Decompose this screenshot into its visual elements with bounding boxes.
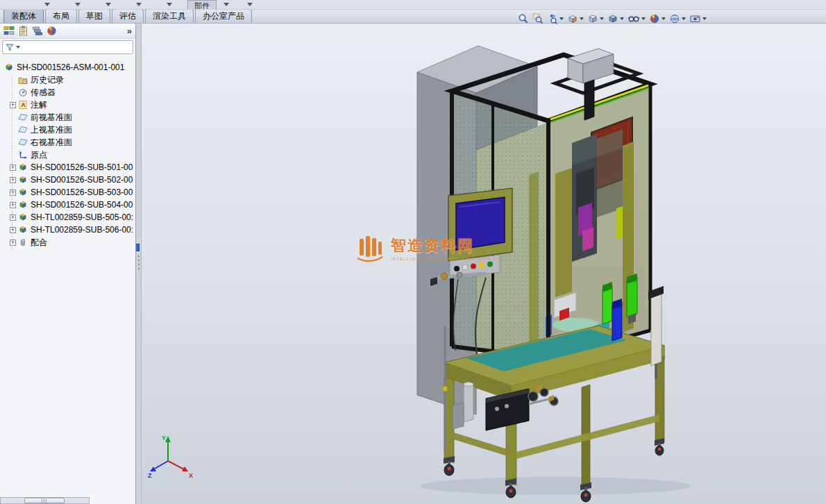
top-toolbar-cutoff: 部件 bbox=[0, 0, 826, 10]
zoom-area-button[interactable] bbox=[532, 13, 544, 24]
expand-toggle[interactable] bbox=[10, 227, 16, 233]
origin-icon bbox=[18, 150, 28, 160]
featuremanager-tree-icon bbox=[3, 26, 15, 36]
previous-view-button[interactable] bbox=[546, 13, 564, 24]
tree-item-annotations[interactable]: A 注解 bbox=[3, 99, 135, 111]
feature-manager-panel: » SH-SD001526-ASM-001-001 历史记录 bbox=[0, 24, 136, 504]
filter-dropdown-caret[interactable] bbox=[16, 46, 20, 49]
previous-view-icon bbox=[547, 13, 558, 24]
component-menu-button[interactable]: 部件 bbox=[187, 0, 217, 10]
tree-item-top-plane[interactable]: 上视基准面 bbox=[3, 124, 135, 136]
tree-horizontal-scrollbar[interactable] bbox=[0, 497, 90, 504]
view-orientation-icon bbox=[587, 13, 598, 24]
hide-show-items-button[interactable] bbox=[627, 13, 646, 24]
panel-splitter[interactable] bbox=[136, 24, 142, 504]
tree-item-sub506[interactable]: SH-TL002859-SUB-506-00: bbox=[3, 224, 135, 236]
heads-up-view-toolbar bbox=[517, 13, 707, 24]
expand-toggle[interactable] bbox=[10, 215, 16, 221]
displaymanager-tab[interactable] bbox=[47, 26, 57, 36]
sensors-icon bbox=[18, 87, 28, 97]
zoom-area-icon bbox=[532, 13, 543, 24]
plane-icon bbox=[18, 137, 28, 147]
panel-tab-bar: » bbox=[0, 24, 135, 39]
assembly-icon bbox=[4, 62, 14, 72]
filter-input[interactable] bbox=[22, 42, 130, 52]
subassembly-icon bbox=[18, 162, 28, 172]
feature-tree: SH-SD001526-ASM-001-001 历史记录 传感器 A bbox=[0, 56, 135, 504]
display-style-button[interactable] bbox=[607, 13, 625, 24]
configurationmanager-tab[interactable] bbox=[32, 26, 43, 36]
toolbar-overflow-caret[interactable] bbox=[224, 3, 229, 6]
zoom-to-fit-button[interactable] bbox=[517, 13, 530, 24]
tree-item-right-plane[interactable]: 右视基准面 bbox=[3, 136, 135, 149]
toolbar-overflow-caret[interactable] bbox=[136, 3, 142, 6]
displaymanager-icon bbox=[47, 26, 57, 36]
edit-appearance-button[interactable] bbox=[648, 13, 666, 24]
machine-model[interactable] bbox=[142, 24, 826, 504]
toolbar-overflow-caret[interactable] bbox=[75, 3, 81, 6]
tree-root-label: SH-SD001526-ASM-001-001 bbox=[17, 62, 124, 72]
scrollbar-thumb[interactable] bbox=[24, 498, 65, 503]
expand-toggle[interactable] bbox=[10, 165, 16, 171]
tree-root-assembly[interactable]: SH-SD001526-ASM-001-001 bbox=[3, 61, 135, 74]
tab-layout[interactable]: 布局 bbox=[45, 9, 77, 23]
history-folder-icon bbox=[18, 75, 28, 85]
view-settings-button[interactable] bbox=[689, 13, 707, 24]
plane-icon bbox=[18, 112, 28, 122]
tab-assembly[interactable]: 装配体 bbox=[3, 9, 44, 23]
tab-evaluate[interactable]: 评估 bbox=[112, 9, 144, 23]
triad-y-label: Y bbox=[162, 435, 166, 442]
propertymanager-icon bbox=[18, 26, 28, 36]
subassembly-icon bbox=[18, 187, 28, 197]
display-style-icon bbox=[607, 13, 618, 24]
propertymanager-tab[interactable] bbox=[18, 26, 28, 36]
viewport[interactable]: 智造资料网 INTELLIGENT MANUFACTURING DATA NET… bbox=[142, 24, 826, 504]
expand-toggle[interactable] bbox=[10, 177, 16, 183]
svg-text:A: A bbox=[21, 101, 26, 108]
view-settings-icon bbox=[689, 13, 701, 24]
subassembly-icon bbox=[18, 175, 28, 185]
tree-item-sub503[interactable]: SH-SD001526-SUB-503-00 bbox=[3, 186, 135, 199]
view-orientation-button[interactable] bbox=[587, 13, 605, 24]
apply-scene-icon bbox=[669, 13, 680, 24]
tree-item-front-plane[interactable]: 前视基准面 bbox=[3, 111, 135, 124]
expand-toggle[interactable] bbox=[10, 190, 16, 196]
coordinate-triad: Y X Z bbox=[147, 430, 197, 480]
tree-item-sub501[interactable]: SH-SD001526-SUB-501-00 bbox=[3, 161, 135, 174]
edit-appearance-icon bbox=[649, 13, 660, 24]
subassembly-icon bbox=[18, 200, 28, 210]
tree-item-sensors[interactable]: 传感器 bbox=[3, 86, 135, 99]
panel-expand-chevron[interactable]: » bbox=[127, 27, 132, 35]
tree-item-history[interactable]: 历史记录 bbox=[3, 74, 135, 86]
section-view-icon bbox=[567, 13, 578, 24]
tab-render-tools[interactable]: 渲染工具 bbox=[145, 9, 194, 23]
toolbar-overflow-caret[interactable] bbox=[167, 3, 172, 6]
expand-toggle[interactable] bbox=[10, 202, 16, 208]
tree-item-sub502[interactable]: SH-SD001526-SUB-502-00 bbox=[3, 174, 135, 186]
zoom-to-fit-icon bbox=[518, 13, 529, 24]
expand-toggle[interactable] bbox=[10, 102, 16, 108]
triad-z-label: Z bbox=[148, 472, 152, 479]
toolbar-overflow-caret[interactable] bbox=[106, 3, 111, 6]
panel-splitter-grip[interactable] bbox=[138, 255, 140, 272]
tree-item-sub504[interactable]: SH-SD001526-SUB-504-00 bbox=[3, 199, 135, 211]
plane-icon bbox=[18, 125, 28, 135]
mates-paperclip-icon bbox=[18, 237, 28, 247]
apply-scene-button[interactable] bbox=[668, 13, 686, 24]
tree-item-sub505[interactable]: SH-TL002859-SUB-505-00: bbox=[3, 211, 135, 224]
subassembly-icon bbox=[18, 212, 28, 222]
filter-funnel-icon[interactable] bbox=[5, 42, 15, 52]
tab-office-products[interactable]: 办公室产品 bbox=[195, 9, 252, 23]
triad-x-label: X bbox=[189, 472, 193, 479]
tree-filter-row bbox=[2, 40, 133, 54]
tab-sketch[interactable]: 草图 bbox=[78, 9, 110, 23]
configurationmanager-icon bbox=[32, 26, 43, 36]
section-view-button[interactable] bbox=[566, 13, 584, 24]
tree-item-mates[interactable]: 配合 bbox=[3, 236, 135, 249]
subassembly-icon bbox=[18, 225, 28, 235]
featuremanager-tab[interactable] bbox=[3, 26, 15, 36]
toolbar-overflow-caret[interactable] bbox=[247, 3, 253, 6]
tree-item-origin[interactable]: 原点 bbox=[3, 149, 135, 161]
expand-toggle[interactable] bbox=[10, 240, 16, 246]
toolbar-overflow-caret[interactable] bbox=[44, 3, 50, 6]
